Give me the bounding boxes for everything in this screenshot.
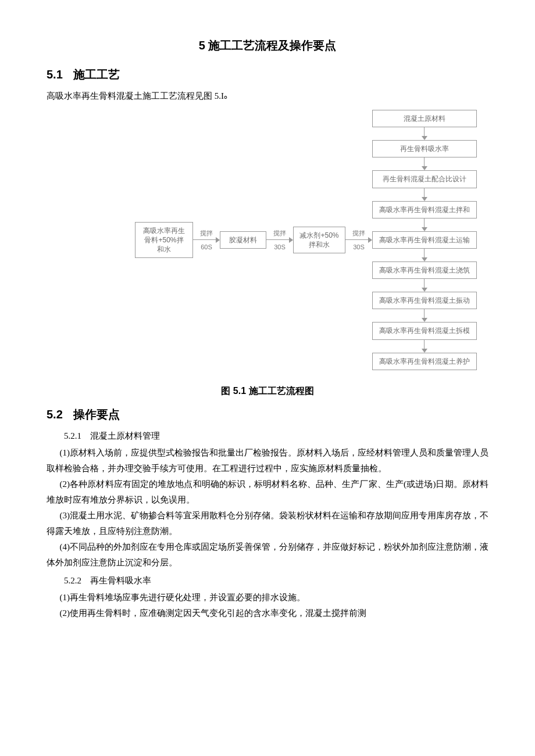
chapter-title: 5 施工工艺流程及操作要点 [47, 35, 488, 56]
section-5-2-title: 5.2操作要点 [47, 404, 488, 425]
arrow-down-icon [422, 249, 427, 261]
subsection-5-2-2: 5.2.2 再生骨料吸水率 [47, 573, 488, 589]
paragraph-1: (1)原材料入场前，应提供型式检验报告和批量出厂检验报告。原材料入场后，应经材料… [47, 445, 488, 476]
arrow-down-icon [422, 188, 427, 201]
flow-node-demold: 高吸水率再生骨料混凝土拆模 [372, 322, 477, 339]
arrow-sublabel: 60S [201, 243, 212, 250]
flow-node-mix-design: 再生骨料混凝土配合比设计 [372, 170, 477, 188]
flow-arrow-step1: 搅拌 60S [193, 230, 220, 250]
arrow-label: 搅拌 [273, 230, 286, 237]
flow-node-cement: 胶凝材料 [220, 231, 266, 249]
paragraph-2: (2)各种原材料应有固定的堆放地点和明确的标识，标明材料名称、品种、生产厂家、生… [47, 476, 488, 508]
flow-node-pouring: 高吸水率再生骨料混凝土浇筑 [372, 261, 477, 279]
section-5-1-num: 5.1 [47, 68, 63, 81]
arrow-down-icon [422, 340, 427, 353]
flow-node-raw-materials: 混凝土原材料 [372, 110, 477, 127]
subsection-5-2-1: 5.2.1 混凝土原材料管理 [47, 428, 488, 444]
section-5-2-num: 5.2 [47, 408, 63, 421]
arrow-right-icon [345, 237, 372, 243]
chapter-num: 5 [199, 39, 205, 52]
arrow-right-icon [193, 237, 220, 243]
flow-node-transport: 高吸水率再生骨料混凝土运输 [372, 231, 477, 249]
arrow-sublabel: 30S [353, 243, 365, 250]
arrow-down-icon [422, 279, 427, 292]
intro-paragraph: 高吸水率再生骨料混凝土施工工艺流程见图 5.Iₒ [47, 88, 488, 104]
paragraph-4: (4)不同品种的外加剂应在专用仓库或固定场所妥善保管，分别储存，并应做好标记，粉… [47, 539, 488, 571]
arrow-label: 搅拌 [200, 230, 213, 237]
arrow-sublabel: 30S [274, 243, 286, 250]
arrow-down-icon [422, 218, 427, 231]
paragraph-6: (2)使用再生骨料时，应准确测定因天气变化引起的含水率变化，混凝土搅拌前测 [47, 605, 488, 621]
flow-node-recycled-aggregate: 高吸水率再生骨料+50%拌和水 [135, 222, 193, 259]
figure-caption: 图 5.1 施工工艺流程图 [47, 383, 488, 400]
arrow-down-icon [422, 127, 427, 140]
flow-node-curing: 高吸水率再生骨料混凝土养护 [372, 353, 477, 370]
chapter-text: 施工工艺流程及操作要点 [208, 39, 336, 52]
flow-diagram: 高吸水率再生骨料+50%拌和水 搅拌 60S 胶凝材料 搅拌 30S 减水剂+5… [47, 110, 488, 370]
flow-right-chain: 混凝土原材料 再生骨料吸水率 再生骨料混凝土配合比设计 高吸水率再生骨料混凝土拌… [372, 110, 477, 370]
flow-node-water-reducer: 减水剂+50%拌和水 [293, 227, 345, 253]
flow-arrow-step2: 搅拌 30S [266, 230, 293, 250]
flow-left-chain: 高吸水率再生骨料+50%拌和水 搅拌 60S 胶凝材料 搅拌 30S 减水剂+5… [135, 222, 372, 259]
section-5-2-text: 操作要点 [73, 408, 120, 421]
arrow-label: 搅拌 [352, 230, 365, 237]
flow-arrow-step3: 搅拌 30S [345, 230, 372, 250]
arrow-down-icon [422, 309, 427, 322]
flow-node-absorption-rate: 再生骨料吸水率 [372, 140, 477, 157]
section-5-1-text: 施工工艺 [73, 68, 120, 81]
arrow-down-icon [422, 157, 427, 170]
paragraph-5: (1)再生骨料堆场应事先进行硬化处理，并设置必要的排水设施。 [47, 590, 488, 605]
flow-node-mixing: 高吸水率再生骨料混凝土拌和 [372, 201, 477, 218]
section-5-1-title: 5.1施工工艺 [47, 64, 488, 85]
flow-node-vibration: 高吸水率再生骨料混凝土振动 [372, 292, 477, 309]
arrow-right-icon [266, 237, 293, 243]
paragraph-3: (3)混凝土用水泥、矿物掺合料等宜采用散料仓分别存储。袋装粉状材料在运输和存放期… [47, 508, 488, 539]
